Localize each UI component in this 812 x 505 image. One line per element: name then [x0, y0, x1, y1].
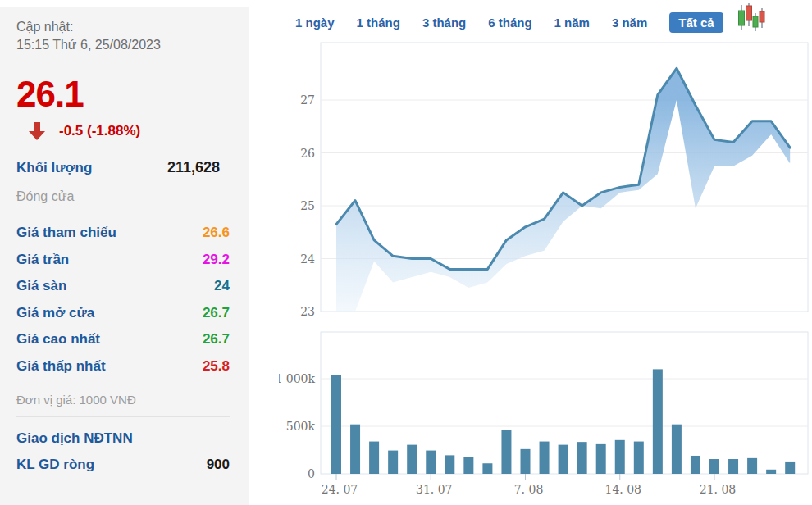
volume-bar	[709, 459, 719, 474]
volume-bar	[747, 458, 757, 474]
range-tab-3[interactable]: 3 tháng	[422, 16, 466, 30]
volume-bar	[766, 470, 776, 474]
volume-bar	[445, 455, 454, 474]
foreign-net-volume-label: KL GD ròng	[16, 457, 94, 473]
volume-bar	[482, 463, 492, 474]
volume-value: 211,628	[167, 159, 220, 176]
price-info-label: Giá tham chiếu	[16, 225, 116, 241]
updated-time: 15:15 Thứ 6, 25/08/2023	[16, 36, 230, 54]
volume-bar	[615, 440, 625, 474]
close-price-label: Đóng cửa	[16, 189, 230, 204]
price-info-label: Giá trần	[16, 252, 69, 268]
volume-bar	[728, 459, 738, 474]
volume-y-tick-label: 0	[308, 467, 315, 480]
x-axis-tick-label: 21. 08	[700, 483, 737, 496]
price-y-tick-label: 26	[300, 147, 315, 160]
price-area-chart[interactable]: 2324252627	[279, 33, 812, 320]
price-info-value: 26.6	[203, 225, 230, 241]
candlestick-chart-icon[interactable]	[737, 2, 768, 33]
volume-bar-chart[interactable]: 0500k1 000k24. 0731. 077. 0814. 0821. 08	[279, 324, 812, 505]
range-tab-5[interactable]: 1 năm	[554, 16, 590, 30]
sidebar-divider	[16, 216, 230, 216]
volume-bar	[577, 442, 587, 474]
volume-bar	[463, 457, 473, 474]
price-y-tick-label: 23	[300, 305, 315, 318]
volume-bar	[388, 451, 398, 474]
volume-y-tick-label: 1 000k	[279, 372, 316, 385]
volume-bar	[521, 449, 531, 474]
current-price: 26.1	[16, 75, 230, 113]
x-axis-tick-label: 7. 08	[514, 483, 544, 496]
updated-label: Cập nhật:	[16, 18, 230, 36]
range-tabs: 1 ngày1 tháng3 tháng6 tháng1 năm3 nămTất…	[295, 11, 723, 34]
x-axis-tick-label: 31. 07	[416, 483, 453, 496]
range-tab-6[interactable]: 3 năm	[612, 16, 647, 30]
volume-bar	[331, 375, 341, 474]
volume-bar	[501, 430, 511, 474]
price-info-row: Giá thấp nhất25.8	[16, 358, 230, 385]
price-change: -0.5 (-1.88%)	[59, 123, 140, 139]
price-info-row: Giá trần29.2	[16, 252, 230, 279]
volume-bar	[653, 369, 663, 474]
volume-bar	[691, 456, 700, 474]
price-info-row: Giá tham chiếu26.6	[16, 225, 230, 252]
price-info-label: Giá sàn	[16, 278, 66, 294]
range-tab-7[interactable]: Tất cả	[669, 12, 723, 33]
price-down-arrow-icon	[28, 121, 46, 141]
volume-bar	[634, 442, 644, 474]
volume-bar	[407, 445, 417, 474]
price-unit-note: Đơn vị giá: 1000 VNĐ	[16, 393, 230, 407]
volume-bar	[559, 445, 568, 474]
volume-bar	[369, 442, 379, 474]
quote-sidebar: Cập nhật: 15:15 Thứ 6, 25/08/2023 26.1 -…	[0, 7, 249, 505]
range-tab-2[interactable]: 1 tháng	[357, 16, 400, 30]
x-axis-tick-label: 14. 08	[604, 483, 641, 496]
price-y-tick-label: 27	[300, 93, 315, 107]
price-info-value: 25.8	[203, 358, 230, 375]
volume-y-tick-label: 500k	[286, 420, 316, 433]
price-y-tick-label: 25	[300, 199, 315, 212]
price-info-label: Giá mở cửa	[16, 305, 94, 321]
range-tab-1[interactable]: 1 ngày	[295, 16, 335, 30]
price-info-value: 24	[214, 278, 230, 294]
price-info-value: 26.7	[203, 305, 230, 321]
volume-label: Khối lượng	[16, 160, 92, 176]
price-band-area	[336, 68, 790, 312]
price-y-tick-label: 24	[300, 252, 315, 266]
price-info-value: 26.7	[203, 331, 230, 348]
price-info-rows: Giá tham chiếu26.6Giá trần29.2Giá sàn24G…	[16, 225, 230, 384]
volume-bar	[596, 444, 606, 474]
price-info-value: 29.2	[203, 252, 230, 268]
volume-bar	[785, 462, 795, 474]
price-info-label: Giá thấp nhất	[16, 358, 106, 375]
x-axis-tick-label: 24. 07	[322, 483, 358, 496]
sidebar-divider	[16, 416, 230, 417]
volume-bar	[426, 451, 436, 474]
price-close-line	[336, 68, 790, 269]
price-info-row: Giá cao nhất26.7	[16, 331, 230, 358]
range-tab-4[interactable]: 6 tháng	[488, 16, 531, 30]
foreign-net-volume-row: KL GD ròng 900	[16, 457, 230, 473]
foreign-net-volume-value: 900	[207, 457, 230, 473]
price-info-row: Giá sàn24	[16, 278, 230, 305]
foreign-trading-header: Giao dịch NĐTNN	[16, 430, 230, 447]
volume-bar	[672, 425, 682, 474]
price-info-row: Giá mở cửa26.7	[16, 305, 230, 332]
price-info-label: Giá cao nhất	[16, 331, 100, 348]
volume-bar	[540, 442, 550, 474]
volume-bar	[350, 425, 360, 474]
